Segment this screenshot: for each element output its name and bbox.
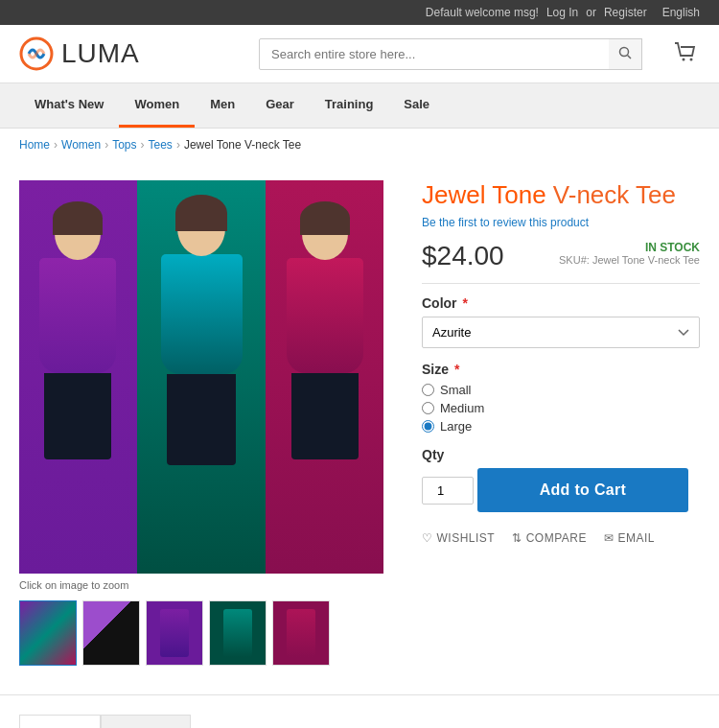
size-small-label: Small (440, 383, 472, 397)
compare-link[interactable]: ⇅ COMPARE (512, 531, 587, 545)
product-title-highlight: V-neck Tee (553, 180, 676, 209)
size-medium[interactable]: Medium (422, 401, 700, 415)
size-label: Size * (422, 362, 700, 377)
color-label: Color * (422, 295, 700, 311)
qty-label: Qty (422, 447, 700, 462)
size-small[interactable]: Small (422, 383, 700, 397)
search-button[interactable] (609, 38, 642, 70)
sku-label: SKU#: (559, 254, 590, 266)
logo-icon (19, 36, 54, 71)
search-input[interactable] (259, 38, 642, 70)
size-options: Small Medium Large (422, 383, 700, 434)
logo-text: LUMA (61, 38, 140, 69)
breadcrumb-sep1: › (54, 138, 58, 152)
wishlist-link[interactable]: ♡ WISHLIST (422, 531, 495, 545)
action-links: ♡ WISHLIST ⇅ COMPARE ✉ EMAIL (422, 531, 700, 545)
tab-reviews[interactable]: Reviews (101, 715, 191, 728)
tabs-section: Details Reviews A vibrant, v-neck tee in… (0, 694, 719, 728)
product-gallery: Click on image to zoom (19, 180, 393, 666)
thumbnails (19, 600, 393, 666)
qty-input[interactable] (422, 477, 474, 505)
thumbnail-5[interactable] (272, 600, 330, 666)
breadcrumb-current: Jewel Tone V-neck Tee (184, 138, 301, 152)
nav-women[interactable]: Women (119, 83, 195, 128)
breadcrumb-home[interactable]: Home (19, 138, 50, 152)
logo[interactable]: LUMA (19, 36, 140, 71)
size-small-radio[interactable] (422, 384, 434, 396)
size-required: * (454, 362, 459, 377)
thumbnail-3[interactable] (146, 600, 203, 666)
main-product-image[interactable] (19, 180, 383, 574)
sku-value: Jewel Tone V-neck Tee (592, 254, 700, 266)
size-medium-label: Medium (440, 401, 484, 415)
product-title: Jewel Tone V-neck Tee (422, 180, 700, 210)
stock-sku: IN STOCK SKU#: Jewel Tone V-neck Tee (559, 241, 700, 266)
svg-line-2 (628, 55, 632, 59)
header: LUMA (0, 25, 719, 83)
nav-sale[interactable]: Sale (388, 83, 445, 128)
thumbnail-1[interactable] (19, 600, 77, 666)
size-large-radio[interactable] (422, 420, 434, 433)
svg-point-1 (620, 47, 629, 56)
nav-whats-new[interactable]: What's New (19, 83, 119, 128)
breadcrumb-sep3: › (141, 138, 145, 152)
heart-icon: ♡ (422, 531, 433, 545)
breadcrumb: Home › Women › Tops › Tees › Jewel Tone … (0, 129, 719, 161)
thumbnail-4[interactable] (209, 600, 267, 666)
product-price: $24.00 (422, 241, 504, 271)
top-bar: Default welcome msg! Log In or Register … (0, 0, 719, 25)
nav-men[interactable]: Men (195, 83, 250, 128)
zoom-hint: Click on image to zoom (19, 579, 393, 591)
review-link[interactable]: Be the first to review this product (422, 216, 700, 229)
search-bar (259, 38, 642, 70)
stock-status: IN STOCK (559, 241, 700, 254)
svg-point-3 (683, 58, 685, 60)
tabs: Details Reviews (19, 715, 700, 728)
email-link[interactable]: ✉ EMAIL (604, 531, 655, 545)
login-link[interactable]: Log In (546, 6, 578, 19)
breadcrumb-tees[interactable]: Tees (149, 138, 173, 152)
size-large[interactable]: Large (422, 419, 700, 434)
color-select[interactable]: Azurite Autumn Haze Classic Navy Coastal… (422, 317, 700, 348)
price-row: $24.00 IN STOCK SKU#: Jewel Tone V-neck … (422, 241, 700, 271)
or-separator: or (586, 6, 596, 19)
breadcrumb-tops[interactable]: Tops (112, 138, 136, 152)
search-icon (618, 46, 632, 59)
breadcrumb-sep2: › (104, 138, 108, 152)
compare-icon: ⇅ (512, 531, 522, 545)
thumbnail-2[interactable] (82, 600, 140, 666)
welcome-message: Default welcome msg! (426, 6, 539, 19)
tab-details[interactable]: Details (19, 715, 101, 728)
main-nav: What's New Women Men Gear Training Sale (0, 83, 719, 129)
email-icon: ✉ (604, 531, 615, 545)
product-info: Jewel Tone V-neck Tee Be the first to re… (422, 180, 700, 666)
add-to-cart-button[interactable]: Add to Cart (477, 468, 688, 512)
color-required: * (462, 295, 467, 311)
cart-icon[interactable] (673, 39, 700, 69)
product-title-part1: Jewel Tone (422, 180, 553, 209)
size-large-label: Large (440, 419, 472, 434)
nav-gear[interactable]: Gear (250, 83, 310, 128)
cart-svg-icon (673, 39, 700, 66)
product-page: Click on image to zoom Jewel Tone V-neck… (0, 161, 719, 685)
register-link[interactable]: Register (604, 6, 647, 19)
size-medium-radio[interactable] (422, 402, 434, 414)
svg-point-4 (690, 58, 693, 60)
sku-info: SKU#: Jewel Tone V-neck Tee (559, 254, 700, 266)
language-selector[interactable]: English (662, 6, 700, 19)
breadcrumb-women[interactable]: Women (61, 138, 101, 152)
breadcrumb-sep4: › (176, 138, 180, 152)
nav-training[interactable]: Training (310, 83, 389, 128)
